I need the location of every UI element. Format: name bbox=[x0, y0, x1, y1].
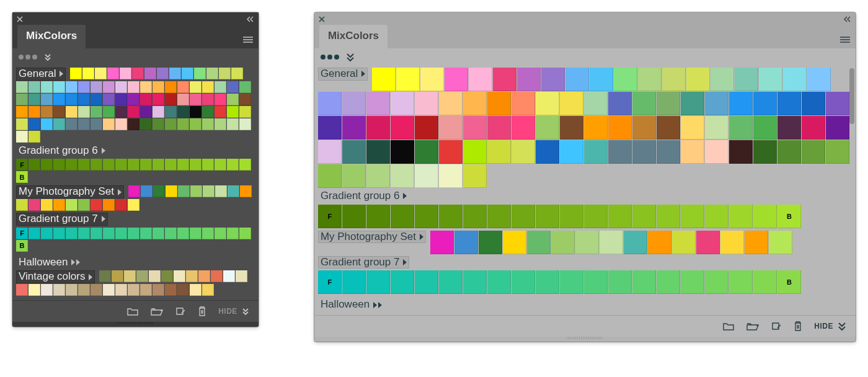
group-header-myphoto[interactable]: My Photography Set bbox=[16, 185, 124, 198]
color-swatch[interactable] bbox=[223, 270, 235, 282]
color-swatch[interactable] bbox=[115, 199, 127, 211]
color-swatch[interactable] bbox=[231, 68, 243, 79]
color-swatch[interactable] bbox=[153, 118, 164, 130]
color-swatch[interactable] bbox=[140, 118, 152, 130]
color-swatch[interactable] bbox=[575, 231, 599, 254]
color-swatch[interactable] bbox=[190, 284, 202, 296]
color-swatch[interactable] bbox=[78, 199, 90, 211]
color-swatch[interactable] bbox=[41, 118, 53, 130]
color-swatch[interactable] bbox=[415, 140, 438, 164]
color-swatch[interactable] bbox=[128, 284, 140, 296]
scrollbar-thumb[interactable] bbox=[849, 68, 854, 124]
color-swatch[interactable] bbox=[536, 205, 559, 228]
fg-swatch[interactable]: F bbox=[318, 270, 342, 294]
group-header-general[interactable]: General bbox=[16, 68, 66, 81]
color-swatch[interactable] bbox=[140, 94, 152, 105]
color-swatch[interactable] bbox=[463, 164, 487, 188]
color-swatch[interactable] bbox=[66, 159, 78, 171]
color-swatch[interactable] bbox=[439, 205, 463, 228]
color-swatch[interactable] bbox=[681, 205, 704, 228]
bg-swatch[interactable]: B bbox=[16, 171, 28, 183]
color-swatch[interactable] bbox=[227, 118, 239, 130]
color-swatch[interactable] bbox=[608, 92, 632, 115]
color-swatch[interactable] bbox=[215, 94, 226, 105]
color-swatch[interactable] bbox=[29, 106, 40, 118]
color-swatch[interactable] bbox=[161, 270, 173, 282]
color-swatch[interactable] bbox=[439, 92, 463, 115]
color-swatch[interactable] bbox=[517, 68, 541, 91]
color-swatch[interactable] bbox=[318, 140, 342, 164]
color-swatch[interactable] bbox=[342, 205, 366, 228]
color-swatch[interactable] bbox=[240, 185, 252, 197]
color-swatch[interactable] bbox=[202, 81, 214, 93]
color-swatch[interactable] bbox=[29, 159, 40, 171]
color-swatch[interactable] bbox=[512, 270, 535, 294]
color-swatch[interactable] bbox=[153, 81, 164, 93]
color-swatch[interactable] bbox=[632, 140, 656, 164]
color-swatch[interactable] bbox=[66, 106, 78, 118]
color-swatch[interactable] bbox=[165, 159, 177, 171]
color-swatch[interactable] bbox=[777, 140, 801, 164]
color-swatch[interactable] bbox=[439, 270, 463, 294]
color-swatch[interactable] bbox=[190, 94, 202, 105]
color-swatch[interactable] bbox=[78, 81, 90, 93]
color-swatch[interactable] bbox=[103, 118, 115, 130]
color-swatch[interactable] bbox=[391, 116, 414, 140]
color-swatch[interactable] bbox=[753, 92, 777, 115]
color-swatch[interactable] bbox=[149, 270, 161, 282]
color-swatch[interactable] bbox=[705, 270, 728, 294]
color-swatch[interactable] bbox=[372, 68, 396, 91]
new-swatch-icon[interactable] bbox=[771, 321, 782, 331]
folder-open-icon[interactable] bbox=[746, 321, 760, 331]
color-swatch[interactable] bbox=[512, 205, 535, 228]
color-swatch[interactable] bbox=[487, 205, 511, 228]
color-swatch[interactable] bbox=[560, 270, 583, 294]
color-swatch[interactable] bbox=[115, 106, 127, 118]
color-swatch[interactable] bbox=[600, 231, 623, 254]
hide-button[interactable]: HIDE bbox=[218, 307, 250, 316]
fg-swatch[interactable]: F bbox=[16, 228, 28, 239]
color-swatch[interactable] bbox=[41, 284, 53, 296]
color-swatch[interactable] bbox=[614, 68, 637, 91]
color-swatch[interactable] bbox=[415, 116, 438, 140]
color-swatch[interactable] bbox=[777, 92, 801, 115]
color-swatch[interactable] bbox=[153, 228, 164, 239]
color-swatch[interactable] bbox=[720, 231, 744, 254]
color-swatch[interactable] bbox=[584, 140, 608, 164]
panel-menu-icon[interactable] bbox=[242, 36, 254, 43]
color-swatch[interactable] bbox=[153, 94, 164, 105]
color-swatch[interactable] bbox=[29, 228, 40, 239]
color-swatch[interactable] bbox=[366, 92, 390, 115]
color-swatch[interactable] bbox=[29, 81, 40, 93]
color-swatch[interactable] bbox=[430, 231, 454, 254]
color-swatch[interactable] bbox=[70, 68, 82, 79]
color-swatch[interactable] bbox=[584, 92, 608, 115]
color-swatch[interactable] bbox=[608, 140, 632, 164]
color-swatch[interactable] bbox=[91, 284, 102, 296]
color-swatch[interactable] bbox=[681, 270, 704, 294]
color-swatch[interactable] bbox=[239, 159, 251, 171]
color-swatch[interactable] bbox=[802, 116, 825, 140]
color-swatch[interactable] bbox=[318, 164, 342, 188]
color-swatch[interactable] bbox=[487, 92, 511, 115]
color-swatch[interactable] bbox=[705, 116, 728, 140]
color-swatch[interactable] bbox=[66, 81, 78, 93]
folder-icon[interactable] bbox=[126, 306, 139, 316]
color-swatch[interactable] bbox=[415, 164, 438, 188]
color-swatch[interactable] bbox=[190, 159, 202, 171]
color-swatch[interactable] bbox=[463, 116, 487, 140]
color-swatch[interactable] bbox=[165, 94, 177, 105]
color-swatch[interactable] bbox=[696, 231, 720, 254]
color-swatch[interactable] bbox=[227, 228, 239, 239]
color-swatch[interactable] bbox=[132, 68, 144, 79]
color-swatch[interactable] bbox=[215, 159, 226, 171]
color-swatch[interactable] bbox=[202, 106, 214, 118]
color-swatch[interactable] bbox=[527, 231, 551, 254]
color-swatch[interactable] bbox=[463, 92, 487, 115]
color-swatch[interactable] bbox=[219, 68, 231, 79]
color-swatch[interactable] bbox=[705, 92, 728, 115]
color-swatch[interactable] bbox=[53, 228, 65, 239]
color-swatch[interactable] bbox=[169, 68, 181, 79]
color-swatch[interactable] bbox=[783, 68, 807, 91]
color-swatch[interactable] bbox=[66, 228, 78, 239]
